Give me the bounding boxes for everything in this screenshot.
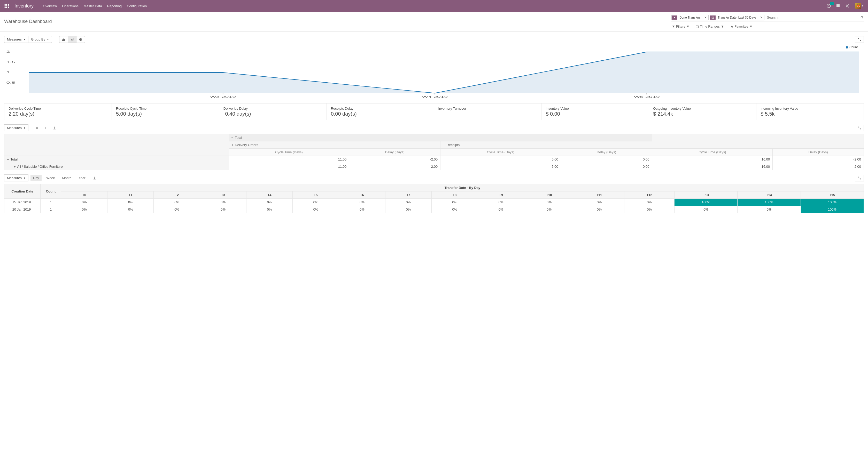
search-box[interactable]: Done Transfers ✕ Transfer Date: Last 30 … <box>672 14 864 22</box>
facet-remove-icon[interactable]: ✕ <box>703 16 708 19</box>
time-ranges-dropdown[interactable]: Time Ranges ▼ <box>696 25 724 28</box>
pivot-measures-button[interactable]: Measures▼ <box>4 124 28 131</box>
apps-icon[interactable] <box>4 3 9 8</box>
cohort-cell[interactable]: 0% <box>293 199 339 206</box>
cohort-cell[interactable]: 0% <box>154 206 200 213</box>
pie-chart-icon[interactable] <box>76 36 85 43</box>
cohort-offset: +3 <box>200 192 246 199</box>
cohort-cell[interactable]: 0% <box>154 199 200 206</box>
cohort-cell[interactable]: 0% <box>200 206 246 213</box>
cohort-cell[interactable]: 0% <box>107 199 154 206</box>
cohort-cell[interactable]: 0% <box>61 199 107 206</box>
svg-rect-2 <box>8 4 9 5</box>
pivot-toolbar: Measures▼ <box>4 124 864 131</box>
period-year[interactable]: Year <box>76 175 88 181</box>
menu-configuration[interactable]: Configuration <box>127 4 147 8</box>
user-menu[interactable]: 🦊▼ <box>854 3 864 9</box>
cohort-cell[interactable]: 0% <box>524 206 574 213</box>
cohort-row: 20 Jan 201910%0%0%0%0%0%0%0%0%0%0%0%0%0%… <box>4 206 864 213</box>
app-name[interactable]: Inventory <box>14 3 34 9</box>
cohort-cell[interactable]: 0% <box>339 206 385 213</box>
menu-overview[interactable]: Overview <box>43 4 57 8</box>
collapse-icon[interactable]: − <box>231 136 234 140</box>
filters-dropdown[interactable]: Filters ▼ <box>672 25 689 28</box>
cohort-cell[interactable]: 0% <box>624 199 675 206</box>
kpi-incoming-inventory-value: Incoming Inventory Value$ 5.5k <box>756 103 864 120</box>
cohort-cell[interactable]: 0% <box>738 206 801 213</box>
line-chart-icon[interactable] <box>68 36 76 43</box>
cohort-cell[interactable]: 0% <box>339 199 385 206</box>
period-day[interactable]: Day <box>30 175 41 181</box>
messaging-icon[interactable] <box>836 4 840 8</box>
groupby-button[interactable]: Group By▼ <box>28 36 52 43</box>
kpi-deliveries-delay: Deliveries Delay-0.40 day(s) <box>219 103 327 120</box>
cohort-cell[interactable]: 0% <box>574 206 624 213</box>
favorites-dropdown[interactable]: Favorites ▼ <box>730 25 752 28</box>
search-icon[interactable] <box>860 16 864 19</box>
cohort-cell[interactable]: 0% <box>524 199 574 206</box>
cohort-cell[interactable]: 100% <box>801 199 864 206</box>
measures-button[interactable]: Measures▼ <box>4 36 28 43</box>
download-icon[interactable] <box>93 176 96 180</box>
svg-rect-3 <box>5 5 6 6</box>
cohort-offset: +10 <box>524 192 574 199</box>
cohort-offset: +2 <box>154 192 200 199</box>
cohort-offset: +13 <box>674 192 737 199</box>
cohort-table: Creation Date Count Transfer Date - By D… <box>4 184 864 213</box>
download-icon[interactable] <box>53 126 56 130</box>
cohort-cell[interactable]: 0% <box>200 199 246 206</box>
activity-icon[interactable]: 7 <box>827 4 831 8</box>
cohort-cell[interactable]: 0% <box>293 206 339 213</box>
expand-all-icon[interactable] <box>44 126 48 130</box>
close-icon[interactable] <box>845 4 850 8</box>
svg-rect-14 <box>63 38 64 41</box>
expand-icon[interactable]: + <box>14 165 16 169</box>
cohort-cell[interactable]: 0% <box>246 206 292 213</box>
kpi-receipts-delay: Receipts Delay0.00 day(s) <box>327 103 434 120</box>
cohort-cell[interactable]: 0% <box>478 206 524 213</box>
cohort-cell[interactable]: 0% <box>246 199 292 206</box>
filter-icon <box>672 15 677 20</box>
cohort-cell[interactable]: 100% <box>801 206 864 213</box>
bar-chart-icon[interactable] <box>59 36 68 43</box>
expand-icon[interactable] <box>855 175 864 181</box>
activity-badge: 7 <box>830 2 834 5</box>
cohort-measures-button[interactable]: Measures▼ <box>4 174 28 181</box>
cohort-offset: +11 <box>574 192 624 199</box>
cohort-offset: +1 <box>107 192 154 199</box>
cohort-cell[interactable]: 0% <box>385 206 431 213</box>
collapse-icon[interactable]: − <box>7 158 9 161</box>
cohort-cell[interactable]: 0% <box>478 199 524 206</box>
expand-icon[interactable] <box>855 36 864 43</box>
search-input[interactable] <box>766 14 860 21</box>
menu-reporting[interactable]: Reporting <box>107 4 122 8</box>
content: Measures▼ Group By▼ Count 2 1.5 1 0.5 W3… <box>0 32 868 473</box>
cohort-cell[interactable]: 0% <box>385 199 431 206</box>
systray: 7 🦊▼ <box>827 3 864 9</box>
facet-remove-icon[interactable]: ✕ <box>758 16 764 19</box>
expand-icon[interactable]: + <box>231 143 234 147</box>
period-month[interactable]: Month <box>59 175 74 181</box>
search-facet-transfer-date: Transfer Date: Last 30 Days ✕ <box>710 15 765 21</box>
flip-axis-icon[interactable] <box>35 126 39 130</box>
menu-operations[interactable]: Operations <box>62 4 79 8</box>
cohort-cell[interactable]: 0% <box>431 206 478 213</box>
pivot-table: −Total +Delivery Orders +Receipts Cycle … <box>4 134 864 170</box>
cohort-cell[interactable]: 0% <box>61 206 107 213</box>
cohort-cell[interactable]: 100% <box>738 199 801 206</box>
cohort-cell[interactable]: 0% <box>107 206 154 213</box>
expand-icon[interactable]: + <box>443 143 445 147</box>
search-facet-done-transfers: Done Transfers ✕ <box>672 15 709 21</box>
cohort-cell[interactable]: 100% <box>674 199 737 206</box>
kpi-deliveries-cycle-time: Deliveries Cycle Time2.20 day(s) <box>4 103 112 120</box>
cohort-offset: +0 <box>61 192 107 199</box>
svg-rect-0 <box>5 4 6 5</box>
period-week[interactable]: Week <box>44 175 57 181</box>
cohort-offset: +4 <box>246 192 292 199</box>
cohort-cell[interactable]: 0% <box>624 206 675 213</box>
cohort-cell[interactable]: 0% <box>674 206 737 213</box>
menu-master-data[interactable]: Master Data <box>84 4 102 8</box>
cohort-cell[interactable]: 0% <box>431 199 478 206</box>
expand-icon[interactable] <box>855 125 864 131</box>
cohort-cell[interactable]: 0% <box>574 199 624 206</box>
